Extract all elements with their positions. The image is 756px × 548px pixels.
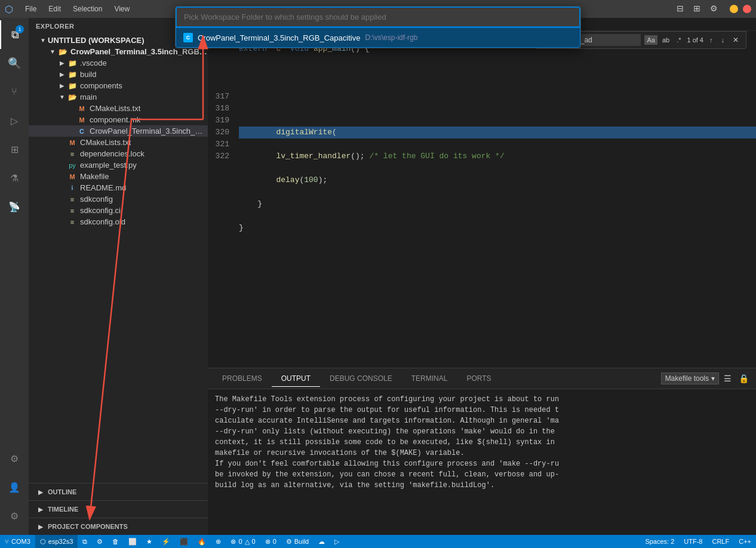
code-lines[interactable]: extern "C" void app_main() { digitalWrit…	[234, 31, 756, 368]
tab-debug-console[interactable]: DEBUG CONSOLE	[320, 371, 402, 387]
sdkconfig-icon: ≡	[67, 196, 78, 203]
tree-item-main[interactable]: ▼ 📂 main	[29, 91, 208, 103]
tree-item-sdkconfig-ci[interactable]: ▶ ≡ sdkconfig.ci	[29, 205, 208, 216]
tree-item-build[interactable]: ▶ 📁 build	[29, 69, 208, 80]
tab-terminal[interactable]: TERMINAL	[402, 371, 457, 387]
tree-item-cmake-main[interactable]: ▶ M CMakeLists.txt	[29, 103, 208, 114]
outline-header[interactable]: ▶ OUTLINE	[29, 486, 208, 498]
split-editor-button[interactable]: ⊟	[674, 2, 686, 14]
status-fire[interactable]: 🔥	[193, 535, 211, 548]
activity-idf[interactable]: ⚙	[0, 444, 29, 473]
output-line-3: calculate accurate IntelliSense and targ…	[215, 415, 749, 426]
activity-run[interactable]: ▷	[0, 106, 29, 135]
status-copy[interactable]: ⧉	[78, 535, 92, 548]
tree-item-deps[interactable]: ▶ ≡ dependencies.lock	[29, 148, 208, 159]
editor-area: CrowPanel_Terminal_3.5inch_RGB_Capacitiv…	[208, 18, 756, 535]
outline-section: ▶ OUTLINE	[29, 483, 208, 500]
spaces-label: Spaces: 2	[645, 538, 674, 545]
tree-item-test[interactable]: ▶ py example_test.py	[29, 159, 208, 171]
find-regex[interactable]: .*	[674, 35, 683, 45]
encoding-label: UTF-8	[684, 538, 702, 545]
tree-item-sdkconfig-old[interactable]: ▶ ≡ sdkconfig.old	[29, 216, 208, 227]
status-bookmark[interactable]: ★	[142, 535, 157, 548]
status-esp32s3[interactable]: ⬡ esp32s3	[35, 535, 78, 548]
menu-edit[interactable]: Edit	[44, 4, 66, 14]
find-whole-word[interactable]: ab	[660, 35, 672, 45]
activity-account[interactable]: 👤	[0, 473, 29, 501]
build-folder-icon: 📁	[67, 70, 78, 79]
menu-file[interactable]: File	[20, 4, 41, 14]
status-run[interactable]: ▷	[330, 535, 344, 548]
run-icon: ▷	[334, 538, 339, 546]
status-encoding[interactable]: UTF-8	[679, 535, 707, 548]
tab-problems[interactable]: PROBLEMS	[213, 371, 272, 387]
command-palette-item[interactable]: C CrowPanel_Terminal_3.5inch_RGB_Capacit…	[176, 27, 580, 48]
find-next-button[interactable]: ↓	[719, 35, 727, 45]
tree-item-readme[interactable]: ▶ ℹ README.md	[29, 182, 208, 193]
tree-item-components[interactable]: ▶ 📁 components	[29, 80, 208, 91]
activity-source-control[interactable]: ⑂	[0, 78, 29, 106]
command-palette-input[interactable]	[176, 7, 580, 27]
vscode-label: .vscode	[80, 59, 107, 67]
tree-item-component-mk[interactable]: ▶ M component.mk	[29, 114, 208, 125]
status-trash[interactable]: 🗑	[107, 535, 124, 548]
terminal-output[interactable]: The Makefile Tools extension process of …	[208, 389, 756, 535]
status-errors[interactable]: ⊗ 0 △ 0	[226, 535, 260, 548]
activity-settings[interactable]: ⚙	[0, 501, 29, 530]
activity-extensions[interactable]: ⊞	[0, 135, 29, 164]
status-line-ending[interactable]: CRLF	[707, 535, 734, 548]
dropdown-chevron-icon: ▾	[711, 374, 715, 383]
find-close-icon[interactable]: ✕	[730, 35, 741, 45]
panel-lock-button[interactable]: 🔒	[736, 372, 751, 384]
status-ext-errors[interactable]: ⊗ 0	[260, 535, 281, 548]
status-spaces[interactable]: Spaces: 2	[640, 535, 679, 548]
settings-gear-button[interactable]: ⚙	[708, 2, 720, 14]
status-left: ⑂ COM3 ⬡ esp32s3 ⧉ ⚙ 🗑 ⬜ ★ ⚡	[0, 535, 344, 548]
activity-bottom: ⚙ 👤 ⚙	[0, 444, 29, 535]
tree-item-sdkconfig[interactable]: ▶ ≡ sdkconfig	[29, 193, 208, 205]
activity-search[interactable]: 🔍	[0, 49, 29, 78]
tab-ports[interactable]: PORTS	[457, 371, 500, 387]
status-build[interactable]: ⚙ Build	[281, 535, 314, 548]
code-content[interactable]: 258 317 318 319 320 321 322 extern "C" v…	[208, 31, 756, 368]
cpp-label: CrowPanel_Terminal_3.5inch_RGB...	[90, 127, 208, 136]
menu-selection[interactable]: Selection	[68, 4, 107, 14]
activity-testing[interactable]: ⚗	[0, 164, 29, 192]
status-sync[interactable]: ☁	[314, 535, 330, 548]
line-ending-label: CRLF	[712, 538, 729, 545]
project-components-header[interactable]: ▶ PROJECT COMPONENTS	[29, 521, 208, 532]
vscode-arrow: ▶	[57, 60, 67, 66]
command-palette[interactable]: C CrowPanel_Terminal_3.5inch_RGB_Capacit…	[175, 6, 581, 48]
panel-list-button[interactable]: ☰	[721, 372, 734, 384]
status-git-branch[interactable]: ⑂ COM3	[0, 535, 35, 548]
status-language[interactable]: C++	[734, 535, 756, 548]
trash-icon: 🗑	[112, 538, 119, 545]
output-line-2: --dry-run' in order to parse the output …	[215, 405, 749, 415]
tree-item-makefile[interactable]: ▶ M Makefile	[29, 171, 208, 182]
sdkconfig-label: sdkconfig	[80, 195, 113, 204]
status-config[interactable]: ⚙	[92, 535, 107, 548]
timeline-header[interactable]: ▶ TIMELINE	[29, 503, 208, 515]
monitor-icon: ⬜	[128, 538, 137, 546]
find-prev-button[interactable]: ↑	[707, 35, 715, 45]
tree-item-vscode[interactable]: ▶ 📁 .vscode	[29, 57, 208, 69]
status-monitor[interactable]: ⬜	[124, 535, 142, 548]
find-case-sensitive[interactable]: Aa	[644, 35, 657, 45]
code-editor: › Aa ab .* 1 of 4 ↑ ↓ ✕ 258	[208, 31, 756, 368]
activity-remote[interactable]: 📡	[0, 192, 29, 221]
activity-explorer[interactable]: ⧉ 1	[0, 20, 29, 49]
status-flash[interactable]: ⚡	[157, 535, 175, 548]
output-source-dropdown[interactable]: Makefile tools ▾	[661, 372, 719, 384]
layout-button[interactable]: ⊞	[691, 2, 703, 14]
vscode-logo-icon: ⬡	[5, 4, 13, 15]
close-button[interactable]: ✕	[743, 5, 751, 13]
status-terminal2[interactable]: ⬛	[175, 535, 193, 548]
tab-output[interactable]: OUTPUT	[272, 371, 320, 387]
sdkconfig-old-label: sdkconfig.old	[80, 217, 125, 226]
menu-view[interactable]: View	[109, 4, 134, 14]
tree-item-main-cpp[interactable]: ▶ C CrowPanel_Terminal_3.5inch_RGB...	[29, 125, 208, 137]
status-add[interactable]: ⊕	[211, 535, 226, 548]
minimize-button[interactable]: ─	[730, 5, 738, 13]
tree-item-cmake-root[interactable]: ▶ M CMakeLists.txt	[29, 137, 208, 148]
panel-tabs: PROBLEMS OUTPUT DEBUG CONSOLE TERMINAL P…	[208, 368, 756, 389]
